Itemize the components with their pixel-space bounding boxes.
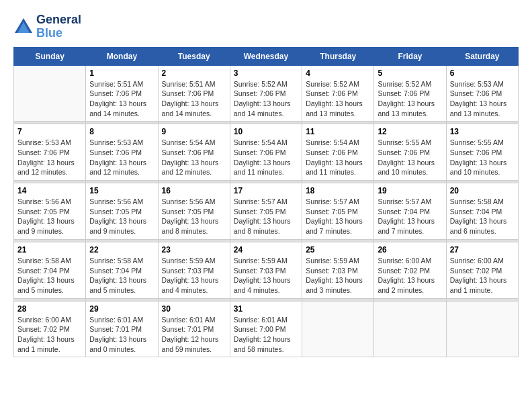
calendar-week-1: 1Sunrise: 5:51 AM Sunset: 7:06 PM Daylig… xyxy=(14,65,519,122)
day-info: Sunrise: 5:59 AM Sunset: 7:03 PM Dayligh… xyxy=(234,256,298,295)
day-number: 22 xyxy=(89,245,154,255)
day-number: 17 xyxy=(234,186,298,195)
day-number: 3 xyxy=(234,68,298,78)
day-info: Sunrise: 5:59 AM Sunset: 7:03 PM Dayligh… xyxy=(162,256,226,295)
day-info: Sunrise: 5:56 AM Sunset: 7:05 PM Dayligh… xyxy=(89,197,154,236)
day-header-thursday: Thursday xyxy=(302,47,374,65)
day-info: Sunrise: 5:54 AM Sunset: 7:06 PM Dayligh… xyxy=(162,138,226,177)
calendar-cell: 22Sunrise: 5:58 AM Sunset: 7:04 PM Dayli… xyxy=(86,242,158,298)
day-header-sunday: Sunday xyxy=(14,47,86,65)
calendar-week-5: 28Sunrise: 6:00 AM Sunset: 7:02 PM Dayli… xyxy=(14,301,519,357)
day-info: Sunrise: 5:58 AM Sunset: 7:04 PM Dayligh… xyxy=(450,197,515,236)
day-header-friday: Friday xyxy=(374,47,446,65)
day-info: Sunrise: 5:55 AM Sunset: 7:06 PM Dayligh… xyxy=(378,138,442,177)
day-number: 26 xyxy=(378,245,442,255)
calendar-cell: 10Sunrise: 5:54 AM Sunset: 7:06 PM Dayli… xyxy=(230,124,302,181)
calendar-cell: 14Sunrise: 5:56 AM Sunset: 7:05 PM Dayli… xyxy=(14,183,86,240)
day-number: 16 xyxy=(162,186,226,195)
day-number: 28 xyxy=(17,304,82,314)
calendar-cell: 2Sunrise: 5:51 AM Sunset: 7:06 PM Daylig… xyxy=(158,65,230,122)
day-number: 23 xyxy=(162,245,226,255)
day-info: Sunrise: 5:58 AM Sunset: 7:04 PM Dayligh… xyxy=(89,256,154,295)
calendar-cell: 3Sunrise: 5:52 AM Sunset: 7:06 PM Daylig… xyxy=(230,65,302,122)
calendar-cell: 15Sunrise: 5:56 AM Sunset: 7:05 PM Dayli… xyxy=(86,183,158,240)
calendar-cell: 27Sunrise: 6:00 AM Sunset: 7:02 PM Dayli… xyxy=(446,242,518,298)
day-number: 13 xyxy=(450,127,515,136)
day-info: Sunrise: 6:00 AM Sunset: 7:02 PM Dayligh… xyxy=(378,256,442,295)
day-number: 31 xyxy=(234,304,298,314)
day-info: Sunrise: 5:57 AM Sunset: 7:05 PM Dayligh… xyxy=(306,197,370,236)
day-info: Sunrise: 5:52 AM Sunset: 7:06 PM Dayligh… xyxy=(378,79,442,119)
day-number: 15 xyxy=(89,186,154,195)
day-info: Sunrise: 5:56 AM Sunset: 7:05 PM Dayligh… xyxy=(17,197,82,236)
calendar-cell: 9Sunrise: 5:54 AM Sunset: 7:06 PM Daylig… xyxy=(158,124,230,181)
day-number: 21 xyxy=(17,245,82,255)
day-info: Sunrise: 5:57 AM Sunset: 7:05 PM Dayligh… xyxy=(234,197,298,236)
calendar-cell: 29Sunrise: 6:01 AM Sunset: 7:01 PM Dayli… xyxy=(86,301,158,357)
calendar-week-4: 21Sunrise: 5:58 AM Sunset: 7:04 PM Dayli… xyxy=(14,242,519,298)
day-number: 9 xyxy=(162,127,226,136)
calendar-cell: 1Sunrise: 5:51 AM Sunset: 7:06 PM Daylig… xyxy=(86,65,158,122)
logo-text: General Blue xyxy=(36,13,81,40)
day-number: 20 xyxy=(450,186,515,195)
calendar-cell: 7Sunrise: 5:53 AM Sunset: 7:06 PM Daylig… xyxy=(14,124,86,181)
day-info: Sunrise: 6:01 AM Sunset: 7:01 PM Dayligh… xyxy=(89,315,154,355)
day-number: 8 xyxy=(89,127,154,136)
calendar-cell xyxy=(446,301,518,357)
calendar-cell: 4Sunrise: 5:52 AM Sunset: 7:06 PM Daylig… xyxy=(302,65,374,122)
day-info: Sunrise: 6:00 AM Sunset: 7:02 PM Dayligh… xyxy=(450,256,515,295)
day-number: 29 xyxy=(89,304,154,314)
calendar-cell: 30Sunrise: 6:01 AM Sunset: 7:01 PM Dayli… xyxy=(158,301,230,357)
day-number: 18 xyxy=(306,186,370,195)
day-info: Sunrise: 5:57 AM Sunset: 7:04 PM Dayligh… xyxy=(378,197,442,236)
day-number: 19 xyxy=(378,186,442,195)
day-header-saturday: Saturday xyxy=(446,47,518,65)
day-header-monday: Monday xyxy=(86,47,158,65)
day-info: Sunrise: 5:55 AM Sunset: 7:06 PM Dayligh… xyxy=(450,138,515,177)
calendar-cell: 18Sunrise: 5:57 AM Sunset: 7:05 PM Dayli… xyxy=(302,183,374,240)
calendar-cell: 24Sunrise: 5:59 AM Sunset: 7:03 PM Dayli… xyxy=(230,242,302,298)
day-info: Sunrise: 5:53 AM Sunset: 7:06 PM Dayligh… xyxy=(450,79,515,119)
calendar-cell xyxy=(14,65,86,122)
calendar-cell: 23Sunrise: 5:59 AM Sunset: 7:03 PM Dayli… xyxy=(158,242,230,298)
day-number: 25 xyxy=(306,245,370,255)
calendar-header-row: SundayMondayTuesdayWednesdayThursdayFrid… xyxy=(14,47,519,65)
day-info: Sunrise: 5:51 AM Sunset: 7:06 PM Dayligh… xyxy=(162,79,226,119)
logo: General Blue xyxy=(13,13,81,40)
calendar-cell: 31Sunrise: 6:01 AM Sunset: 7:00 PM Dayli… xyxy=(230,301,302,357)
day-number: 6 xyxy=(450,68,515,78)
day-header-tuesday: Tuesday xyxy=(158,47,230,65)
day-number: 30 xyxy=(162,304,226,314)
day-number: 5 xyxy=(378,68,442,78)
day-number: 2 xyxy=(162,68,226,78)
calendar-cell: 21Sunrise: 5:58 AM Sunset: 7:04 PM Dayli… xyxy=(14,242,86,298)
day-info: Sunrise: 5:56 AM Sunset: 7:05 PM Dayligh… xyxy=(162,197,226,236)
day-info: Sunrise: 5:53 AM Sunset: 7:06 PM Dayligh… xyxy=(17,138,82,177)
day-info: Sunrise: 5:58 AM Sunset: 7:04 PM Dayligh… xyxy=(17,256,82,295)
calendar-cell: 20Sunrise: 5:58 AM Sunset: 7:04 PM Dayli… xyxy=(446,183,518,240)
day-info: Sunrise: 5:51 AM Sunset: 7:06 PM Dayligh… xyxy=(89,79,154,119)
day-info: Sunrise: 6:01 AM Sunset: 7:00 PM Dayligh… xyxy=(234,315,298,355)
calendar-week-2: 7Sunrise: 5:53 AM Sunset: 7:06 PM Daylig… xyxy=(14,124,519,181)
day-info: Sunrise: 5:54 AM Sunset: 7:06 PM Dayligh… xyxy=(234,138,298,177)
calendar-cell: 11Sunrise: 5:54 AM Sunset: 7:06 PM Dayli… xyxy=(302,124,374,181)
calendar-cell: 13Sunrise: 5:55 AM Sunset: 7:06 PM Dayli… xyxy=(446,124,518,181)
calendar-cell: 28Sunrise: 6:00 AM Sunset: 7:02 PM Dayli… xyxy=(14,301,86,357)
day-number: 1 xyxy=(89,68,154,78)
header: General Blue xyxy=(13,13,519,40)
calendar-cell: 17Sunrise: 5:57 AM Sunset: 7:05 PM Dayli… xyxy=(230,183,302,240)
calendar-cell: 5Sunrise: 5:52 AM Sunset: 7:06 PM Daylig… xyxy=(374,65,446,122)
day-info: Sunrise: 5:52 AM Sunset: 7:06 PM Dayligh… xyxy=(306,79,370,119)
calendar-cell: 12Sunrise: 5:55 AM Sunset: 7:06 PM Dayli… xyxy=(374,124,446,181)
day-info: Sunrise: 5:59 AM Sunset: 7:03 PM Dayligh… xyxy=(306,256,370,295)
calendar-cell: 6Sunrise: 5:53 AM Sunset: 7:06 PM Daylig… xyxy=(446,65,518,122)
calendar-cell xyxy=(374,301,446,357)
day-number: 10 xyxy=(234,127,298,136)
day-number: 12 xyxy=(378,127,442,136)
calendar-week-3: 14Sunrise: 5:56 AM Sunset: 7:05 PM Dayli… xyxy=(14,183,519,240)
calendar-cell: 25Sunrise: 5:59 AM Sunset: 7:03 PM Dayli… xyxy=(302,242,374,298)
calendar-cell: 19Sunrise: 5:57 AM Sunset: 7:04 PM Dayli… xyxy=(374,183,446,240)
logo-icon xyxy=(13,17,34,37)
day-number: 11 xyxy=(306,127,370,136)
day-number: 4 xyxy=(306,68,370,78)
